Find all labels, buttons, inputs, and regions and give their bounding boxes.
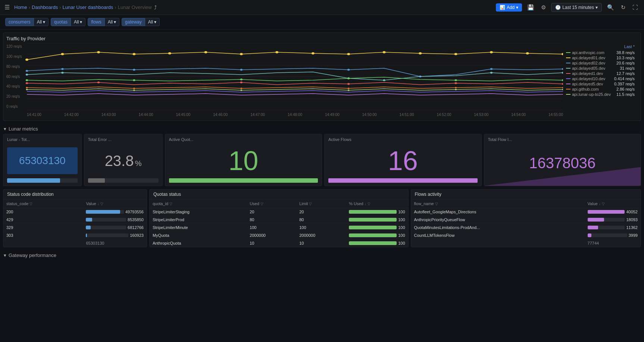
filter-icon-status-val[interactable]: ▽ xyxy=(100,202,103,206)
svg-point-38 xyxy=(133,79,135,81)
legend-item: api.anthropic.com 38.8 req/s xyxy=(566,50,635,55)
bar-container-429: 8535850 xyxy=(86,217,143,222)
metric-bar-error xyxy=(88,178,159,183)
filter-icon-flow-name[interactable]: ▽ xyxy=(435,202,438,206)
lunar-metrics-header[interactable]: ▾ Lunar metrics xyxy=(0,124,644,134)
legend-color-github xyxy=(566,89,570,90)
filter-label-flows[interactable]: flows xyxy=(88,18,104,26)
filter-value-gateway[interactable]: All ▾ xyxy=(145,18,160,26)
filter-value-quotas[interactable]: All ▾ xyxy=(71,18,85,26)
filter-icon-limit[interactable]: ▽ xyxy=(309,202,312,206)
flows-activity-panel: Flows activity flow_name ▽ Value ↓ ▽ xyxy=(411,189,641,247)
quotas-status-title: Quotas status xyxy=(150,189,408,200)
filter-chevron-flows: ▾ xyxy=(114,19,116,25)
sort-icon-pct[interactable]: ↓ xyxy=(365,202,366,206)
filter-label-consumers[interactable]: consumers xyxy=(5,18,34,26)
settings-icon-button[interactable]: ⚙ xyxy=(540,3,547,12)
svg-point-49 xyxy=(26,87,28,88)
svg-point-26 xyxy=(240,69,243,71)
legend-color-anthropic xyxy=(566,52,570,53)
topnav-right: 📊 Add ▾ 💾 ⚙ 🕐 Last 15 minutes ▾ 🔍 ↻ ⛶ xyxy=(496,3,640,12)
refresh-button[interactable]: ↻ xyxy=(619,3,627,12)
legend-item: api.delayed01.dev 10.3 req/s xyxy=(566,56,635,60)
legend-item: api.delayed02.dev 20.6 req/s xyxy=(566,61,635,65)
share-icon[interactable]: ⤴ xyxy=(154,4,157,10)
breadcrumb-dashboards[interactable]: Dashboards xyxy=(32,4,58,10)
traffic-section: Traffic by Provider 0 req/s 20 req/s 40 … xyxy=(3,32,641,121)
svg-point-8 xyxy=(61,53,64,55)
svg-point-55 xyxy=(26,89,28,90)
table-row: 329 6812766 xyxy=(3,224,147,232)
svg-point-52 xyxy=(348,88,350,89)
table-row: 303 160923 xyxy=(3,232,147,239)
zoom-out-button[interactable]: 🔍 xyxy=(606,3,616,12)
sort-icon-flow[interactable]: ↓ xyxy=(599,202,601,206)
th-pct-used: % Used ↓ ▽ xyxy=(346,200,408,208)
metric-title-active-quotas: Active Quot... xyxy=(169,137,318,142)
filter-icon-quota-id[interactable]: ▽ xyxy=(169,202,172,206)
svg-point-25 xyxy=(133,69,135,71)
legend-color-delayed10 xyxy=(566,78,570,79)
svg-point-12 xyxy=(204,51,207,53)
table-row: StripeLimiterMinute 100 100 100 xyxy=(150,224,408,232)
table-row: AnthropicPriorityQueueFlow 18093 xyxy=(411,216,641,224)
svg-point-10 xyxy=(132,53,135,55)
filter-icon-flow-val[interactable]: ▽ xyxy=(602,202,605,206)
filter-value-consumers[interactable]: All ▾ xyxy=(34,18,49,26)
filter-icon-pct[interactable]: ▽ xyxy=(368,202,371,206)
filter-label-quotas[interactable]: quotas xyxy=(51,18,71,26)
th-used: Used ▽ xyxy=(247,200,296,208)
sort-icon-status[interactable]: ↓ xyxy=(97,202,99,206)
save-icon-button[interactable]: 💾 xyxy=(526,3,536,12)
time-chevron-icon: ▾ xyxy=(595,5,598,10)
svg-point-46 xyxy=(347,83,350,85)
table-row: 429 8535850 xyxy=(3,216,147,224)
svg-point-47 xyxy=(454,82,457,84)
add-chart-icon: 📊 xyxy=(500,5,505,10)
th-status-code: status_code ▽ xyxy=(3,200,83,208)
filter-icon-used[interactable]: ▽ xyxy=(260,202,263,206)
expand-button[interactable]: ⛶ xyxy=(631,3,640,12)
menu-icon[interactable]: ☰ xyxy=(4,4,10,11)
bar-container-329: 6812766 xyxy=(86,225,143,230)
metric-value-total-flow: 16378036 xyxy=(529,155,595,172)
legend-item: api.delayed05.dev 31 req/s xyxy=(566,66,635,70)
legend-item: api.github.com 2.86 req/s xyxy=(566,87,635,91)
metric-card-active-quotas: Active Quot... 10 xyxy=(165,134,322,186)
legend-color-lunar xyxy=(566,94,570,95)
metric-card-active-flows: Active Flows 16 xyxy=(324,134,482,186)
table-row: MyQuota 2000000 2000000 100 xyxy=(150,232,408,239)
bar-container-303: 160923 xyxy=(86,233,143,238)
svg-point-27 xyxy=(347,69,350,71)
svg-point-59 xyxy=(455,89,457,90)
add-button[interactable]: 📊 Add ▾ xyxy=(496,3,522,12)
breadcrumb-home[interactable]: Home xyxy=(14,4,27,10)
gateway-header[interactable]: ▾ Gateway performance xyxy=(0,250,644,260)
svg-point-44 xyxy=(97,82,100,84)
quotas-table: quota_id ▽ Used ▽ Limit ▽ xyxy=(150,200,408,247)
filter-group-flows: flows All ▾ xyxy=(88,18,119,26)
table-row: QuotaMinutesLimitations-ProdAnd... 11362 xyxy=(411,224,641,232)
traffic-title: Traffic by Provider xyxy=(6,36,638,41)
th-limit: Limit ▽ xyxy=(296,200,346,208)
section-chevron-gateway: ▾ xyxy=(4,252,6,258)
svg-point-16 xyxy=(347,53,350,55)
time-range-button[interactable]: 🕐 Last 15 minutes ▾ xyxy=(551,3,602,12)
breadcrumb-user-dashboards[interactable]: Lunar User dashboards xyxy=(62,4,113,10)
chart-area: 0 req/s 20 req/s 40 req/s 60 req/s 80 re… xyxy=(6,43,563,117)
chevron-down-icon: ▾ xyxy=(516,5,518,10)
legend-item: api.delayed5.dev 0.397 req/s xyxy=(566,82,635,86)
filter-value-flows[interactable]: All ▾ xyxy=(105,18,119,26)
filter-label-gateway[interactable]: gateway xyxy=(122,18,145,26)
metric-value-error: 23.8 xyxy=(105,153,134,169)
svg-point-37 xyxy=(26,79,28,81)
svg-point-58 xyxy=(348,90,350,91)
svg-point-42 xyxy=(562,79,563,81)
filter-icon-status[interactable]: ▽ xyxy=(29,202,32,206)
flows-table: flow_name ▽ Value ↓ ▽ Autoflee xyxy=(411,200,641,247)
table-row: 200 49793556 xyxy=(3,208,147,216)
metric-value-lunar-total: 65303130 xyxy=(19,155,66,166)
svg-point-14 xyxy=(275,51,278,53)
th-value-flow: Value ↓ ▽ xyxy=(585,200,641,208)
svg-point-30 xyxy=(562,68,563,70)
